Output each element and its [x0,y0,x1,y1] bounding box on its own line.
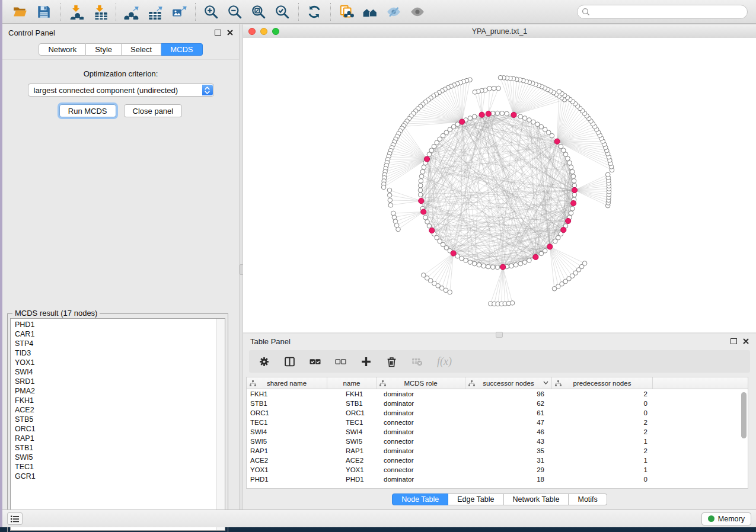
mcds-result-item[interactable]: GCR1 [15,472,225,481]
network-canvas[interactable] [243,38,756,332]
graph-node[interactable] [570,206,575,211]
mcds-result-item[interactable]: CAR1 [15,329,225,339]
table-row[interactable]: SWI5SWI5connector431 [247,437,748,446]
graph-leaf-node[interactable] [487,86,492,91]
export-table-button[interactable] [146,2,166,21]
column-header-MCDS-role[interactable]: MCDS role [377,377,465,389]
graph-hub-node[interactable] [571,201,576,206]
tab-style[interactable]: Style [86,43,122,56]
graph-node[interactable] [460,256,464,261]
split-view-button[interactable] [283,354,296,369]
graph-hub-node[interactable] [554,139,560,144]
mcds-result-item[interactable]: TEC1 [15,462,225,472]
graph-node[interactable] [527,258,532,263]
graph-node[interactable] [572,193,577,197]
settings-button[interactable] [257,354,271,369]
graph-leaf-node[interactable] [492,86,496,91]
graph-node[interactable] [518,114,523,119]
graph-leaf-node[interactable] [582,261,587,266]
graph-node[interactable] [566,156,570,161]
graph-node[interactable] [543,249,547,254]
mcds-result-item[interactable]: ACE2 [15,405,225,415]
graph-node[interactable] [427,224,432,229]
graph-hub-node[interactable] [460,119,465,124]
column-header-predecessor-nodes[interactable]: predecessor nodes [552,377,653,389]
graph-node[interactable] [569,165,573,170]
graph-hub-node[interactable] [451,251,456,256]
tab-network[interactable]: Network [39,43,86,56]
import-table-button[interactable] [90,2,110,21]
graph-node[interactable] [535,122,540,127]
hide-selected-button[interactable] [384,2,404,21]
mcds-list-scrollbar[interactable] [216,319,225,530]
tab-select[interactable]: Select [122,43,161,56]
table-row[interactable]: FKH1FKH1dominator962 [247,389,748,399]
graph-node[interactable] [572,179,576,184]
mcds-result-item[interactable]: SRD1 [15,377,225,386]
graph-hub-node[interactable] [572,187,577,193]
graph-node[interactable] [513,262,518,267]
graph-node[interactable] [486,264,491,269]
show-all-button[interactable] [408,2,428,21]
mcds-result-item[interactable]: STB5 [15,415,225,424]
graph-hub-node[interactable] [419,198,424,204]
graph-leaf-node[interactable] [388,198,393,203]
graph-leaf-node[interactable] [605,172,610,177]
graph-node[interactable] [518,261,523,266]
graph-leaf-node[interactable] [498,75,503,80]
tab-node-table[interactable]: Node Table [392,493,448,505]
tab-network-table[interactable]: Network Table [504,493,569,505]
window-close-icon[interactable] [248,28,256,35]
graph-node[interactable] [427,152,432,157]
table-row[interactable]: ORC1ORC1dominator610 [247,408,748,418]
table-row[interactable]: TEC1TEC1connector472 [247,418,748,427]
graph-node[interactable] [418,183,423,188]
graph-leaf-node[interactable] [396,227,401,232]
export-image-button[interactable] [170,2,190,21]
graph-node[interactable] [464,258,468,263]
graph-hub-node[interactable] [561,227,566,233]
graph-leaf-node[interactable] [510,301,515,306]
graph-node[interactable] [481,264,486,268]
panel-splitter-vertical[interactable] [239,24,243,509]
float-panel-icon[interactable] [215,30,221,36]
graph-node[interactable] [418,193,423,197]
graph-node[interactable] [531,120,536,124]
graph-node[interactable] [423,215,428,220]
graph-hub-node[interactable] [500,264,506,270]
graph-hub-node[interactable] [533,254,538,259]
graph-hub-node[interactable] [511,112,516,117]
graph-node[interactable] [563,152,568,157]
graph-node[interactable] [490,265,495,270]
close-panel-icon[interactable] [227,30,233,36]
graph-node[interactable] [473,114,477,119]
select-all-button[interactable] [308,354,322,369]
graph-node[interactable] [418,188,423,193]
graph-hub-node[interactable] [486,111,491,116]
mcds-result-item[interactable]: TID3 [15,348,225,358]
first-neighbors-button[interactable] [361,2,381,21]
close-panel-icon[interactable] [743,338,749,344]
graph-hub-node[interactable] [547,244,553,249]
graph-hub-node[interactable] [421,209,426,214]
graph-node[interactable] [569,211,573,216]
graph-leaf-node[interactable] [387,193,392,198]
tab-mcds[interactable]: MCDS [161,43,202,56]
float-panel-icon[interactable] [731,338,737,344]
tab-motifs[interactable]: Motifs [569,493,607,505]
zoom-selected-button[interactable] [273,2,293,21]
graph-node[interactable] [505,111,509,116]
graph-hub-node[interactable] [425,156,430,162]
mcds-result-item[interactable]: RAP1 [15,434,225,443]
column-header-name[interactable]: name [327,377,377,389]
graph-leaf-node[interactable] [557,89,562,94]
graph-node[interactable] [419,179,423,184]
mcds-result-item[interactable]: PHD1 [15,320,225,329]
graph-node[interactable] [422,165,426,170]
graph-node[interactable] [567,161,572,165]
open-file-button[interactable] [11,2,31,21]
graph-node[interactable] [495,265,500,270]
refresh-view-button[interactable] [305,2,325,21]
add-column-button[interactable] [359,354,373,369]
graph-hub-node[interactable] [566,218,571,223]
